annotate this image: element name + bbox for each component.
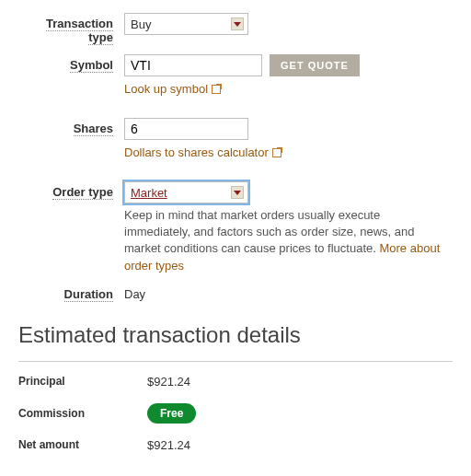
chevron-down-icon	[231, 186, 244, 199]
order-type-value: Market	[131, 186, 167, 200]
transaction-type-value: Buy	[131, 17, 151, 31]
dollars-to-shares-link[interactable]: Dollars to shares calculator	[124, 145, 281, 159]
symbol-input[interactable]	[124, 54, 262, 76]
transaction-type-select[interactable]: Buy	[124, 13, 248, 35]
divider	[18, 361, 453, 362]
section-heading: Estimated transaction details	[18, 322, 453, 348]
value-net-amount: $921.24	[147, 438, 190, 452]
order-type-select[interactable]: Market	[124, 181, 248, 203]
label-transaction-type: Transaction type	[18, 13, 124, 45]
label-duration: Duration	[18, 284, 124, 302]
shares-input[interactable]	[124, 118, 248, 140]
label-symbol: Symbol	[18, 54, 124, 73]
lookup-symbol-text: Look up symbol	[124, 82, 208, 96]
chevron-down-icon	[231, 17, 244, 30]
label-principal: Principal	[18, 375, 147, 388]
commission-badge: Free	[147, 403, 196, 424]
label-shares: Shares	[18, 118, 124, 136]
external-link-icon	[272, 148, 281, 157]
label-commission: Commission	[18, 407, 147, 420]
order-type-help: Keep in mind that market orders usually …	[124, 207, 446, 274]
external-link-icon	[212, 85, 221, 94]
duration-value: Day	[124, 284, 145, 301]
get-quote-button[interactable]: GET QUOTE	[270, 54, 360, 76]
lookup-symbol-link[interactable]: Look up symbol	[124, 82, 221, 96]
value-principal: $921.24	[147, 375, 190, 389]
label-net-amount: Net amount	[18, 438, 147, 451]
dollars-to-shares-text: Dollars to shares calculator	[124, 145, 269, 159]
label-order-type: Order type	[18, 181, 124, 200]
